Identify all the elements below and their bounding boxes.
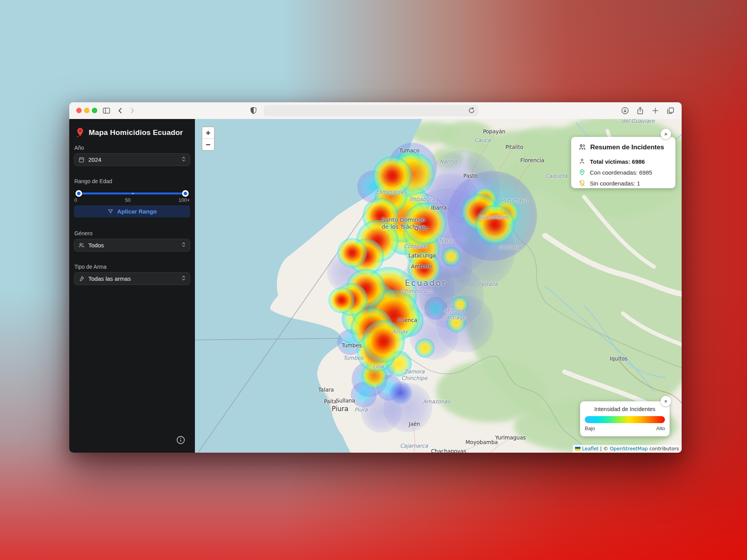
apply-range-label: Aplicar Rango xyxy=(117,208,157,215)
back-icon[interactable] xyxy=(116,106,125,115)
year-select[interactable]: 2024 xyxy=(74,153,190,166)
zoom-control: + − xyxy=(202,126,215,151)
zoom-window-button[interactable] xyxy=(92,108,97,113)
leaflet-map[interactable]: del GuaviarePopayánCaucaPitalitoTumacoFl… xyxy=(195,119,682,453)
browser-window: Mapa Homicidios Ecuador Año 2024 Rango xyxy=(69,102,682,453)
privacy-shield-icon[interactable] xyxy=(249,106,258,115)
filter-funnel-icon xyxy=(107,208,114,215)
legend-title: Intensidad de Incidentes xyxy=(580,406,670,412)
heat-blob xyxy=(475,205,515,244)
year-value: 2024 xyxy=(88,156,101,163)
people-icon xyxy=(78,242,85,248)
heat-blob xyxy=(452,296,468,313)
age-scale: 0 50 100+ xyxy=(74,197,190,203)
heat-blob xyxy=(404,202,446,245)
url-address-bar[interactable] xyxy=(264,105,479,116)
age-range-label: Rango de Edad xyxy=(74,178,112,184)
osm-link[interactable]: OpenStreetMap xyxy=(610,446,648,452)
select-chevrons-icon xyxy=(181,275,186,282)
gender-value: Todos xyxy=(88,242,104,248)
forward-icon[interactable] xyxy=(128,106,137,115)
filters-sidebar: Mapa Homicidios Ecuador Año 2024 Rango xyxy=(69,119,195,453)
gender-label: Género xyxy=(74,230,93,236)
sidebar-toggle-icon[interactable] xyxy=(102,106,111,115)
weapon-label: Tipo de Arma xyxy=(74,264,107,270)
select-chevrons-icon xyxy=(181,242,186,249)
legend-low: Bajo xyxy=(585,425,595,431)
heat-blob xyxy=(337,238,367,268)
select-chevrons-icon xyxy=(181,156,186,163)
age-scale-mid: 50 xyxy=(125,197,130,203)
slider-handle-min[interactable] xyxy=(75,190,82,197)
zoom-out-button[interactable]: − xyxy=(202,138,214,150)
slider-handle-max[interactable] xyxy=(182,190,189,197)
legend-gradient-bar xyxy=(585,416,665,423)
calendar-icon xyxy=(78,156,85,163)
person-icon xyxy=(579,158,586,165)
gender-select[interactable]: Todos xyxy=(74,239,190,252)
heat-blob xyxy=(389,382,412,404)
app-title: Mapa Homicidios Ecuador xyxy=(89,128,183,137)
leaflet-link[interactable]: Leaflet xyxy=(582,446,599,452)
summary-title: Resumen de Incidentes xyxy=(590,144,664,151)
attribution-copyright: © xyxy=(603,446,608,452)
intensity-legend-panel: Intensidad de Incidentes Bajo Alto xyxy=(580,401,670,436)
weapon-select[interactable]: Todas las armas xyxy=(74,272,190,285)
legend-high: Alto xyxy=(656,425,665,431)
summary-total: Total víctimas: 6986 xyxy=(590,158,645,165)
apply-range-button[interactable]: Aplicar Rango xyxy=(74,205,190,217)
share-icon[interactable] xyxy=(636,106,645,115)
age-scale-max: 100+ xyxy=(179,197,190,203)
heat-blob xyxy=(362,320,405,362)
attribution-suffix: contributors xyxy=(649,446,679,452)
reload-icon[interactable] xyxy=(467,106,476,115)
new-tab-icon[interactable] xyxy=(651,106,660,115)
summary-with-coords: Con coordenadas: 6985 xyxy=(590,169,652,176)
info-button[interactable] xyxy=(176,435,186,445)
zoom-in-button[interactable]: + xyxy=(202,127,214,138)
knife-icon xyxy=(78,275,85,282)
summary-without-coords: Sin coordenadas: 1 xyxy=(590,180,640,187)
year-label: Año xyxy=(74,145,84,151)
heat-blob xyxy=(373,156,412,196)
map-pin-icon xyxy=(75,128,85,138)
tab-overview-icon[interactable] xyxy=(666,106,675,115)
browser-titlebar xyxy=(69,102,682,119)
incident-summary-panel: Resumen de Incidentes Total víctimas: 69… xyxy=(571,137,675,188)
close-window-button[interactable] xyxy=(76,108,82,113)
minimize-window-button[interactable] xyxy=(84,108,89,113)
heat-blob xyxy=(424,297,447,320)
slider-midpoint xyxy=(132,193,133,194)
location-off-icon xyxy=(579,180,586,187)
downloads-icon[interactable] xyxy=(621,106,630,115)
age-scale-min: 0 xyxy=(74,197,77,203)
location-pin-icon xyxy=(579,169,586,176)
attribution-separator: | xyxy=(600,446,602,452)
ukraine-flag-icon xyxy=(575,447,580,451)
heat-blob xyxy=(328,287,354,313)
people-group-icon xyxy=(578,143,586,151)
summary-close-button[interactable]: × xyxy=(661,129,671,139)
age-range-slider[interactable] xyxy=(76,190,188,196)
legend-close-button[interactable]: × xyxy=(661,396,671,406)
weapon-value: Todas las armas xyxy=(88,275,131,282)
map-attribution: Leaflet | © OpenStreetMap contributors xyxy=(573,445,682,453)
